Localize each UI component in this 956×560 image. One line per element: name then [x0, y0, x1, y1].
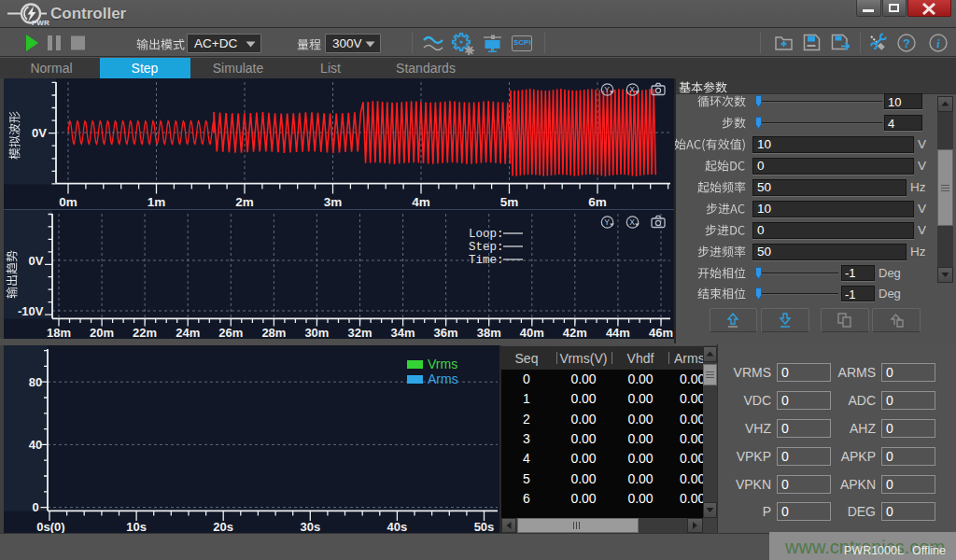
- svg-text:5m: 5m: [500, 195, 519, 209]
- svg-text:Loop:: Loop:: [469, 228, 504, 241]
- svg-text:46m: 46m: [649, 326, 673, 339]
- svg-text:0V: 0V: [32, 126, 47, 140]
- svg-text:34m: 34m: [391, 326, 415, 339]
- svg-text:0s(0): 0s(0): [36, 520, 64, 533]
- svg-text:Y: Y: [604, 85, 610, 94]
- svg-text:28m: 28m: [261, 326, 286, 339]
- svg-text:6m: 6m: [588, 195, 607, 209]
- svg-text:?: ?: [903, 36, 910, 50]
- svg-text:80: 80: [29, 375, 42, 389]
- svg-text:50s: 50s: [474, 520, 495, 533]
- svg-text:Vrms: Vrms: [428, 357, 457, 371]
- svg-text:Arms: Arms: [428, 371, 458, 386]
- svg-text:0m: 0m: [59, 195, 77, 209]
- svg-text:44m: 44m: [606, 326, 630, 339]
- svg-text:36m: 36m: [434, 326, 458, 339]
- svg-text:32m: 32m: [347, 326, 372, 339]
- svg-text:18m: 18m: [47, 326, 71, 339]
- svg-text:40s: 40s: [387, 520, 408, 533]
- svg-text:Y: Y: [604, 217, 610, 227]
- svg-text:1m: 1m: [148, 195, 166, 209]
- svg-text:40: 40: [29, 438, 42, 452]
- svg-text:X: X: [629, 85, 635, 94]
- svg-text:20m: 20m: [90, 326, 114, 339]
- svg-text:26m: 26m: [218, 326, 243, 339]
- svg-text:20s: 20s: [213, 520, 233, 533]
- svg-text:X: X: [629, 217, 635, 227]
- svg-text:0: 0: [32, 500, 38, 514]
- svg-text:22m: 22m: [133, 326, 157, 339]
- svg-text:Step:: Step:: [469, 241, 504, 254]
- svg-text:30s: 30s: [300, 520, 320, 533]
- svg-text:0V: 0V: [29, 254, 44, 268]
- svg-text:Time:: Time:: [469, 254, 504, 267]
- svg-text:3m: 3m: [324, 195, 343, 209]
- svg-text:-10V: -10V: [18, 304, 44, 318]
- svg-text:24m: 24m: [176, 326, 200, 339]
- svg-text:4m: 4m: [412, 195, 430, 209]
- svg-text:40m: 40m: [520, 326, 544, 339]
- svg-text:i: i: [936, 37, 940, 50]
- svg-text:PWR: PWR: [32, 19, 49, 27]
- svg-text:2m: 2m: [235, 195, 254, 209]
- svg-text:10s: 10s: [126, 520, 147, 533]
- svg-text:38m: 38m: [477, 326, 501, 339]
- svg-text:42m: 42m: [563, 326, 587, 339]
- svg-text:30m: 30m: [304, 326, 329, 339]
